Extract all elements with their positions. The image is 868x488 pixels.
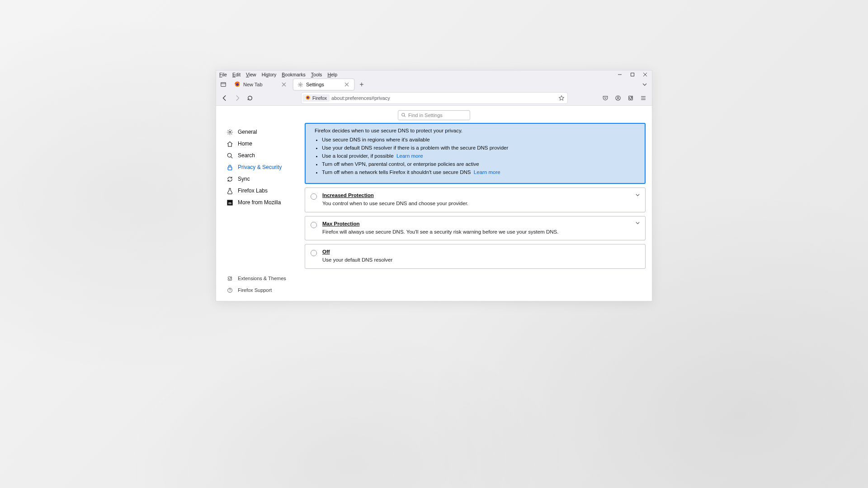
dns-option-max-protection[interactable]: Max Protection Firefox will always use s…	[305, 216, 646, 241]
minimize-button[interactable]	[614, 71, 626, 78]
identity-badge[interactable]: Firefox	[302, 94, 330, 102]
sidebar-item-label: Search	[238, 152, 255, 159]
url-text: about:preferences#privacy	[331, 95, 555, 101]
nav-toolbar: Firefox about:preferences#privacy	[216, 91, 652, 106]
menu-history[interactable]: History	[259, 72, 279, 77]
sidebar-footer-support[interactable]: Firefox Support	[226, 286, 303, 294]
sidebar-item-sync[interactable]: Sync	[226, 175, 303, 183]
list-all-tabs-button[interactable]	[639, 79, 650, 90]
svg-rect-25	[228, 167, 231, 170]
svg-point-23	[227, 153, 231, 157]
dns-bullet: Turn off when VPN, parental control, or …	[322, 161, 639, 167]
learn-more-link[interactable]: Learn more	[474, 169, 500, 175]
sidebar-item-labs[interactable]: Firefox Labs	[226, 187, 303, 194]
question-icon	[226, 286, 233, 294]
save-to-pocket-button[interactable]	[599, 92, 611, 104]
svg-point-29	[230, 291, 230, 291]
svg-point-6	[235, 82, 240, 87]
svg-line-21	[404, 116, 405, 117]
radio-button[interactable]	[311, 250, 316, 255]
chevron-down-icon[interactable]	[633, 219, 642, 227]
bookmark-star-button[interactable]	[557, 93, 566, 103]
tab-strip: New Tab Settings +	[216, 78, 652, 91]
extensions-button[interactable]	[625, 92, 637, 104]
tab-settings[interactable]: Settings	[293, 79, 354, 90]
sidebar-item-privacy[interactable]: Privacy & Security	[226, 164, 303, 171]
puzzle-icon	[226, 275, 233, 282]
firefox-favicon-icon	[234, 81, 241, 88]
new-tab-button[interactable]: +	[356, 79, 367, 90]
back-button[interactable]	[219, 92, 231, 104]
sidebar-item-label: Home	[238, 141, 252, 147]
browser-window: File Edit View History Bookmarks Tools H…	[216, 70, 652, 301]
learn-more-link[interactable]: Learn more	[396, 153, 423, 159]
option-title: Max Protection	[322, 221, 639, 226]
option-title: Off	[322, 249, 639, 254]
dns-bullet: Use your default DNS resolver if there i…	[322, 145, 639, 150]
sidebar-footer-extensions[interactable]: Extensions & Themes	[226, 275, 303, 282]
search-icon	[401, 113, 406, 118]
sidebar-item-mozilla[interactable]: m More from Mozilla	[226, 199, 303, 206]
sidebar-item-home[interactable]: Home	[226, 140, 303, 147]
sidebar-item-search[interactable]: Search	[226, 152, 303, 159]
home-icon	[226, 140, 233, 147]
menubar: File Edit View History Bookmarks Tools H…	[216, 70, 652, 78]
app-menu-button[interactable]	[637, 92, 649, 104]
sidebar-item-label: General	[238, 129, 257, 135]
svg-point-14	[307, 97, 309, 99]
close-window-button[interactable]	[639, 71, 651, 78]
settings-search-input[interactable]: Find in Settings	[398, 110, 470, 120]
svg-rect-26	[227, 200, 232, 205]
svg-line-9	[282, 83, 286, 86]
settings-main: General Home Search	[216, 123, 652, 301]
option-title: Increased Protection	[322, 192, 639, 198]
svg-point-22	[229, 131, 231, 133]
radio-button[interactable]	[311, 222, 316, 227]
sidebar-item-label: Privacy & Security	[238, 164, 282, 170]
sidebar-footer-label: Extensions & Themes	[238, 276, 286, 281]
svg-line-8	[282, 83, 286, 86]
sidebar-item-general[interactable]: General	[226, 128, 303, 136]
url-bar[interactable]: Firefox about:preferences#privacy	[301, 92, 568, 104]
svg-point-15	[616, 96, 621, 101]
recent-browsing-button[interactable]	[218, 79, 229, 90]
gear-icon	[226, 128, 233, 136]
firefox-logo-icon	[305, 95, 311, 101]
menu-edit[interactable]: Edit	[230, 72, 243, 77]
dns-option-off[interactable]: Off Use your default DNS resolver	[305, 244, 646, 269]
reload-button[interactable]	[244, 92, 256, 104]
close-tab-button[interactable]	[280, 81, 288, 88]
tab-new-tab[interactable]: New Tab	[231, 79, 291, 90]
settings-search-row: Find in Settings	[216, 106, 652, 123]
menu-file[interactable]: File	[217, 72, 229, 77]
menu-view[interactable]: View	[244, 72, 259, 77]
settings-body: Find in Settings General	[216, 106, 652, 301]
close-tab-button[interactable]	[343, 81, 350, 88]
gear-icon	[297, 81, 303, 88]
lock-icon	[226, 164, 233, 171]
sync-icon	[226, 175, 233, 183]
account-button[interactable]	[612, 92, 624, 104]
search-icon	[226, 152, 233, 159]
svg-line-12	[345, 83, 349, 86]
svg-line-24	[231, 156, 232, 158]
sidebar-footer-label: Firefox Support	[238, 287, 272, 293]
dns-option-default-protection[interactable]: Firefox decides when to use secure DNS t…	[305, 123, 646, 184]
radio-button[interactable]	[311, 193, 316, 199]
settings-pane[interactable]: Firefox decides when to use secure DNS t…	[305, 123, 652, 301]
dns-default-description: Firefox decides when to use secure DNS t…	[315, 128, 639, 133]
maximize-button[interactable]	[627, 71, 638, 78]
option-description: Firefox will always use secure DNS. You'…	[322, 228, 639, 236]
menu-bookmarks[interactable]: Bookmarks	[279, 72, 308, 77]
svg-rect-4	[221, 83, 226, 87]
dns-option-increased-protection[interactable]: Increased Protection You control when to…	[305, 188, 646, 212]
settings-sidebar: General Home Search	[216, 123, 305, 301]
forward-button[interactable]	[231, 92, 243, 104]
chevron-down-icon[interactable]	[633, 191, 642, 199]
dns-default-bullet-list: Use secure DNS in regions where it's ava…	[315, 137, 639, 175]
svg-point-13	[306, 96, 310, 100]
dns-bullet: Turn off when a network tells Firefox it…	[322, 169, 639, 175]
identity-label: Firefox	[312, 95, 327, 101]
menu-help[interactable]: Help	[325, 72, 340, 77]
menu-tools[interactable]: Tools	[309, 72, 325, 77]
